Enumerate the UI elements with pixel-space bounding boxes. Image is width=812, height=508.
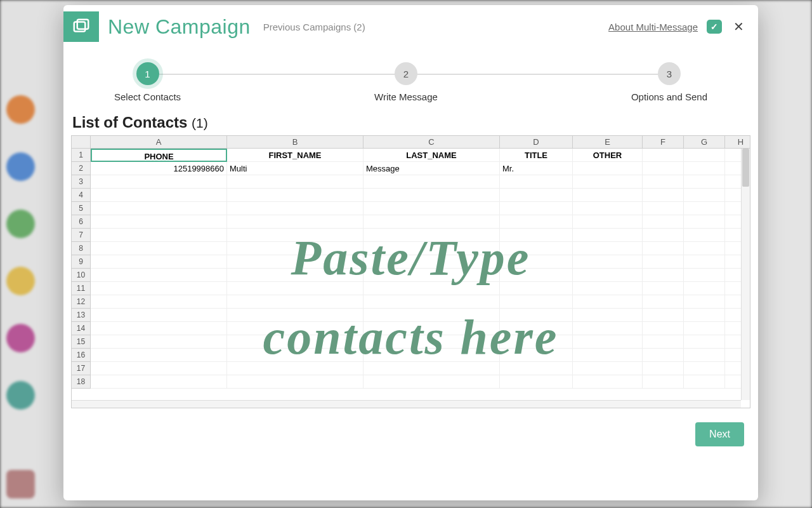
- cell-A4[interactable]: [91, 189, 227, 202]
- cell-E1[interactable]: OTHER: [573, 149, 643, 162]
- cell-A10[interactable]: [91, 269, 227, 282]
- cell-C10[interactable]: [363, 269, 500, 282]
- row-header-16[interactable]: 16: [72, 349, 91, 362]
- cell-F2[interactable]: [643, 162, 684, 175]
- cell-F7[interactable]: [643, 229, 684, 242]
- cell-G1[interactable]: [684, 149, 725, 162]
- col-header-A[interactable]: A: [91, 136, 227, 149]
- cell-F5[interactable]: [643, 202, 684, 215]
- row-header-18[interactable]: 18: [72, 375, 91, 389]
- col-header-F[interactable]: F: [643, 136, 684, 149]
- cell-G18[interactable]: [684, 375, 725, 389]
- row-header-1[interactable]: 1: [72, 149, 91, 162]
- row-header-2[interactable]: 2: [72, 162, 91, 175]
- row-header-5[interactable]: 5: [72, 202, 91, 215]
- cell-E4[interactable]: [573, 189, 643, 202]
- cell-B10[interactable]: [227, 269, 363, 282]
- cell-C1[interactable]: LAST_NAME: [363, 149, 500, 162]
- cell-G6[interactable]: [684, 215, 725, 229]
- cell-F14[interactable]: [643, 322, 684, 335]
- step-1[interactable]: 1 Select Contacts: [114, 62, 181, 102]
- cell-G2[interactable]: [684, 162, 725, 175]
- cell-D3[interactable]: [500, 175, 573, 189]
- step-3[interactable]: 3 Options and Send: [631, 62, 707, 102]
- row-header-8[interactable]: 8: [72, 242, 91, 255]
- cell-A6[interactable]: [91, 215, 227, 229]
- cell-A2[interactable]: 12519998660: [91, 162, 227, 175]
- cell-A1[interactable]: PHONE: [91, 149, 227, 162]
- cell-C16[interactable]: [363, 349, 500, 362]
- cell-C9[interactable]: [363, 255, 500, 269]
- previous-campaigns-link[interactable]: Previous Campaigns (2): [263, 22, 365, 32]
- next-button[interactable]: Next: [695, 422, 744, 446]
- row-header-10[interactable]: 10: [72, 269, 91, 282]
- cell-C6[interactable]: [363, 215, 500, 229]
- cell-A7[interactable]: [91, 229, 227, 242]
- cell-D14[interactable]: [500, 322, 573, 335]
- cell-G17[interactable]: [684, 362, 725, 375]
- cell-F16[interactable]: [643, 349, 684, 362]
- row-header-12[interactable]: 12: [72, 295, 91, 309]
- cell-B14[interactable]: [227, 322, 363, 335]
- cell-E2[interactable]: [573, 162, 643, 175]
- cell-B11[interactable]: [227, 282, 363, 295]
- cell-B7[interactable]: [227, 229, 363, 242]
- cell-F6[interactable]: [643, 215, 684, 229]
- col-header-B[interactable]: B: [227, 136, 363, 149]
- scrollbar-horizontal[interactable]: [72, 400, 741, 408]
- cell-G12[interactable]: [684, 295, 725, 309]
- cell-E14[interactable]: [573, 322, 643, 335]
- cell-F10[interactable]: [643, 269, 684, 282]
- row-header-4[interactable]: 4: [72, 189, 91, 202]
- sheet-corner[interactable]: [72, 136, 91, 149]
- cell-B6[interactable]: [227, 215, 363, 229]
- col-header-E[interactable]: E: [573, 136, 643, 149]
- col-header-C[interactable]: C: [363, 136, 500, 149]
- cell-D6[interactable]: [500, 215, 573, 229]
- cell-C15[interactable]: [363, 335, 500, 349]
- cell-F13[interactable]: [643, 309, 684, 322]
- col-header-H[interactable]: H: [725, 136, 750, 149]
- cell-C11[interactable]: [363, 282, 500, 295]
- cell-B4[interactable]: [227, 189, 363, 202]
- step-2[interactable]: 2 Write Message: [374, 62, 438, 102]
- cell-F17[interactable]: [643, 362, 684, 375]
- cell-E9[interactable]: [573, 255, 643, 269]
- cell-C2[interactable]: Message: [363, 162, 500, 175]
- cell-C7[interactable]: [363, 229, 500, 242]
- cell-B3[interactable]: [227, 175, 363, 189]
- cell-A9[interactable]: [91, 255, 227, 269]
- cell-E13[interactable]: [573, 309, 643, 322]
- cell-E8[interactable]: [573, 242, 643, 255]
- cell-D2[interactable]: Mr.: [500, 162, 573, 175]
- cell-F9[interactable]: [643, 255, 684, 269]
- cell-A5[interactable]: [91, 202, 227, 215]
- cell-D15[interactable]: [500, 335, 573, 349]
- row-header-11[interactable]: 11: [72, 282, 91, 295]
- scrollbar-vertical[interactable]: [741, 149, 750, 400]
- cell-D7[interactable]: [500, 229, 573, 242]
- row-header-3[interactable]: 3: [72, 175, 91, 189]
- cell-G16[interactable]: [684, 349, 725, 362]
- cell-F15[interactable]: [643, 335, 684, 349]
- cell-D13[interactable]: [500, 309, 573, 322]
- cell-B1[interactable]: FIRST_NAME: [227, 149, 363, 162]
- cell-F12[interactable]: [643, 295, 684, 309]
- cell-E16[interactable]: [573, 349, 643, 362]
- cell-E18[interactable]: [573, 375, 643, 389]
- row-header-14[interactable]: 14: [72, 322, 91, 335]
- cell-G10[interactable]: [684, 269, 725, 282]
- cell-G9[interactable]: [684, 255, 725, 269]
- cell-A17[interactable]: [91, 362, 227, 375]
- cell-C12[interactable]: [363, 295, 500, 309]
- cell-C3[interactable]: [363, 175, 500, 189]
- close-button[interactable]: ✕: [731, 18, 747, 36]
- cell-D4[interactable]: [500, 189, 573, 202]
- cell-A8[interactable]: [91, 242, 227, 255]
- cell-A16[interactable]: [91, 349, 227, 362]
- cell-D17[interactable]: [500, 362, 573, 375]
- cell-E11[interactable]: [573, 282, 643, 295]
- cell-B12[interactable]: [227, 295, 363, 309]
- cell-G11[interactable]: [684, 282, 725, 295]
- cell-G3[interactable]: [684, 175, 725, 189]
